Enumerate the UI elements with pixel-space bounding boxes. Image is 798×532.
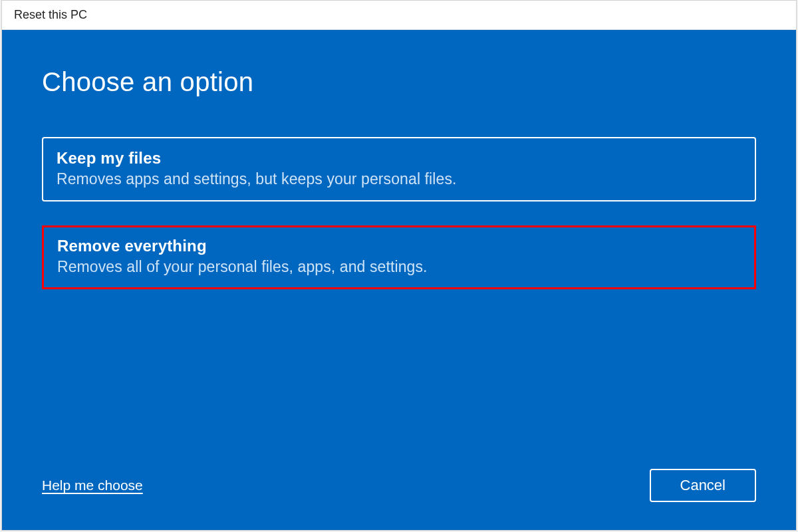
titlebar: Reset this PC xyxy=(2,1,796,30)
option-keep-my-files[interactable]: Keep my files Removes apps and settings,… xyxy=(42,137,756,201)
option-description: Removes apps and settings, but keeps you… xyxy=(57,170,741,188)
reset-pc-dialog: Reset this PC Choose an option Keep my f… xyxy=(1,0,797,531)
dialog-footer: Help me choose Cancel xyxy=(42,469,756,502)
window-title: Reset this PC xyxy=(14,8,87,22)
page-heading: Choose an option xyxy=(42,67,756,97)
cancel-button[interactable]: Cancel xyxy=(650,469,756,502)
option-description: Removes all of your personal files, apps… xyxy=(57,258,741,276)
option-remove-everything[interactable]: Remove everything Removes all of your pe… xyxy=(42,225,756,289)
help-me-choose-link[interactable]: Help me choose xyxy=(42,477,143,493)
option-title: Remove everything xyxy=(57,237,741,255)
option-title: Keep my files xyxy=(57,149,741,168)
dialog-body: Choose an option Keep my files Removes a… xyxy=(2,30,796,530)
